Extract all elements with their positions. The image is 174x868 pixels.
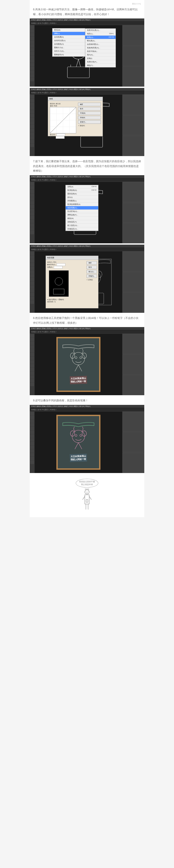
tool-icon[interactable] (30, 136, 34, 140)
image-menu-dropdown[interactable]: 模式(M) 调整(J) 自动色调(N) 自动对比度(U) 自动颜色(O) 图像大… (52, 28, 85, 57)
panel[interactable] (123, 334, 144, 354)
tool-icon[interactable] (30, 274, 34, 278)
output-input[interactable] (56, 133, 65, 136)
move-tool-icon[interactable] (30, 26, 34, 29)
tool-icon[interactable] (30, 186, 34, 189)
tool-icon[interactable] (30, 371, 34, 375)
tool-icon[interactable] (30, 132, 34, 136)
tool-icon[interactable] (30, 197, 34, 201)
panel[interactable] (123, 412, 144, 432)
ps-document-tab[interactable]: 未标题-1 @ 66.7% (图层 1, RGB/8) × (30, 91, 144, 94)
menu-item[interactable]: 修改(M) (66, 217, 98, 220)
menu-color-range[interactable]: 色彩范围(C)... (66, 206, 98, 210)
layers-panel[interactable] (123, 136, 144, 156)
panel[interactable] (123, 115, 144, 135)
preview-radio[interactable]: ● 选择范围(E) ○ 图像(M) (47, 299, 84, 301)
tool-icon[interactable] (30, 289, 34, 292)
ps-panels[interactable] (122, 334, 144, 395)
tool-icon[interactable] (30, 193, 34, 197)
tool-icon[interactable] (30, 349, 34, 352)
tool-icon[interactable] (30, 125, 34, 128)
ps-menubar[interactable]: 文件(F) 编辑(E) 图像(I) 图层(L) 文字(Y) 选择(S) 滤镜(T… (30, 19, 144, 22)
menu-item[interactable]: 载入选区(O)... (66, 224, 98, 227)
menu-item[interactable]: 自动对比度(U) (52, 39, 85, 42)
ps-toolbar[interactable] (30, 411, 34, 473)
tool-icon[interactable] (30, 423, 34, 427)
panel[interactable] (123, 432, 144, 452)
panel[interactable] (123, 252, 144, 272)
tool-icon[interactable] (30, 182, 34, 186)
load-button[interactable]: 载入(L)... (86, 270, 97, 273)
ps-document-tab[interactable]: 未标题-1 @ 66.7% (图层 1, RGB/8) × (30, 178, 144, 182)
ps-toolbar[interactable] (30, 251, 34, 313)
tool-icon[interactable] (30, 121, 34, 125)
tool-icon[interactable] (30, 416, 34, 419)
ps-panels[interactable] (122, 411, 144, 473)
tool-icon[interactable] (30, 114, 34, 117)
submenu-curves[interactable]: 曲线(U)...Ctrl+M (85, 36, 116, 39)
cancel-button[interactable]: 取消 (86, 266, 97, 269)
tool-icon[interactable] (30, 117, 34, 121)
menu-item[interactable]: 重新选择(E) (66, 192, 98, 196)
tool-icon[interactable] (30, 190, 34, 193)
menu-item[interactable]: 所有图层(L) (66, 199, 98, 203)
submenu-item[interactable]: 黑白(K)... (85, 53, 116, 57)
tool-icon[interactable] (30, 255, 34, 259)
menu-item[interactable]: 自动色调(N) (52, 35, 85, 39)
tool-icon[interactable] (30, 368, 34, 371)
panel[interactable] (123, 203, 144, 223)
layers-panel[interactable] (123, 223, 144, 243)
eraser-tool-icon[interactable] (30, 55, 34, 59)
ok-button[interactable]: 确定 (78, 103, 101, 106)
tool-icon[interactable] (30, 461, 34, 464)
ps-document-tab[interactable]: 未标题-1 @ 66.7% (图层 1, RGB/8) × (30, 330, 144, 334)
color-range-dialog[interactable]: 色彩范围 选择(C): 高光 颜色容差(F): 范围(R): ● 选择范围(E)… (46, 256, 98, 308)
tool-icon[interactable] (30, 205, 34, 208)
menu-item[interactable]: 画布大小(S)... (52, 50, 85, 53)
cancel-button[interactable]: 取消 (78, 107, 101, 111)
submenu-item[interactable]: 色彩平衡(B)... (85, 50, 116, 53)
tool-icon[interactable] (30, 356, 34, 360)
ps-menubar[interactable]: 文件(F) 编辑(E) 图像(I) 图层(L) 文字(Y) 选择(S) 滤镜(T… (30, 327, 144, 330)
tool-icon[interactable] (30, 212, 34, 216)
menu-item-adjust[interactable]: 调整(J) (52, 32, 85, 35)
preview-select[interactable]: 选区预览: 无 (47, 301, 84, 303)
menu-item-mode[interactable]: 模式(M) (52, 28, 85, 32)
menu-item[interactable]: 存储选区(V)... (66, 227, 98, 231)
lasso-tool-icon[interactable] (30, 33, 34, 36)
ps-document-tab[interactable]: 未标题-1 @ 66.7% (图层 1, RGB/8) × (30, 408, 144, 411)
tool-icon[interactable] (30, 263, 34, 267)
tool-icon[interactable] (30, 227, 34, 230)
curves-graph[interactable] (50, 107, 76, 133)
range-input[interactable] (54, 266, 63, 269)
ps-document-tab[interactable]: 未标题-1 @ 66.7% (图层 1, RGB/8) × (30, 22, 144, 25)
ps-menubar[interactable]: 文件(F) 编辑(E) 图像(I) 图层(L) 文字(Y) 选择(S) 滤镜(T… (30, 88, 144, 91)
brush-tool-icon[interactable] (30, 48, 34, 52)
tool-icon[interactable] (30, 338, 34, 341)
select-menu-dropdown[interactable]: 全部(A)Ctrl+A 取消选择(D)Ctrl+D 重新选择(E) 反向(I) … (66, 185, 98, 231)
ps-document-tab[interactable]: 未标题-1 @ 66.7% (图层 1, RGB/8) × (30, 248, 144, 251)
ps-panels[interactable] (122, 251, 144, 313)
tool-icon[interactable] (30, 140, 34, 143)
ps-menubar[interactable]: 文件(F) 编辑(E) 图像(I) 图层(L) 文字(Y) 选择(S) 滤镜(T… (30, 175, 144, 178)
marquee-tool-icon[interactable] (30, 29, 34, 33)
tool-icon[interactable] (30, 427, 34, 430)
menu-item[interactable]: 反向(I) (66, 196, 98, 199)
tool-icon[interactable] (30, 379, 34, 382)
tool-icon[interactable] (30, 102, 34, 106)
text-tool-icon[interactable] (30, 67, 34, 70)
gradient-tool-icon[interactable] (30, 59, 34, 63)
ps-toolbar[interactable] (30, 94, 34, 156)
invert-checkbox[interactable]: ☐ 反相(I) (86, 279, 97, 281)
zoom-tool-icon[interactable] (30, 78, 34, 81)
tool-icon[interactable] (30, 201, 34, 205)
tool-icon[interactable] (30, 106, 34, 110)
options-button[interactable]: 选项(T)... (78, 120, 101, 124)
tool-icon[interactable] (30, 360, 34, 364)
curves-dialog[interactable]: 曲线 预设(R): 默认值 通道: RGB 输出(O): 输入(I): 确定 取… (48, 97, 103, 136)
ps-panels[interactable] (122, 182, 144, 243)
tool-icon[interactable] (30, 144, 34, 147)
submenu-item[interactable]: 亮度/对比度(C)... (85, 29, 116, 32)
adjust-submenu[interactable]: 亮度/对比度(C)... 色阶(L)...Ctrl+L 曲线(U)...Ctrl… (85, 28, 116, 67)
hand-tool-icon[interactable] (30, 74, 34, 78)
